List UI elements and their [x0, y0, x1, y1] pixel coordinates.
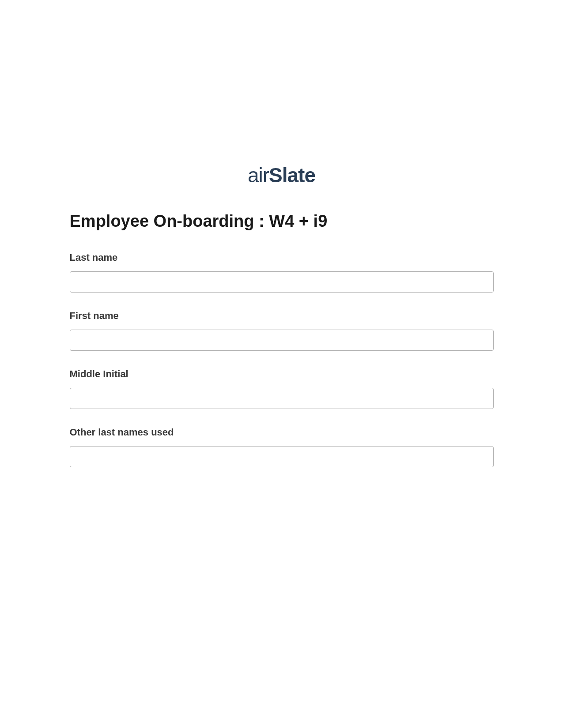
logo-container: airSlate — [0, 0, 563, 187]
last-name-input[interactable] — [70, 271, 494, 293]
logo-text-slate: Slate — [269, 164, 315, 187]
form-container: Employee On-boarding : W4 + i9 Last name… — [70, 187, 494, 467]
logo-text-air: air — [248, 164, 269, 187]
form-page: airSlate Employee On-boarding : W4 + i9 … — [0, 0, 563, 728]
field-group-first-name: First name — [70, 310, 494, 351]
airslate-logo: airSlate — [248, 163, 315, 187]
other-last-names-label: Other last names used — [70, 427, 494, 438]
last-name-label: Last name — [70, 252, 494, 263]
field-group-middle-initial: Middle Initial — [70, 368, 494, 409]
first-name-input[interactable] — [70, 330, 494, 351]
field-group-other-last-names: Other last names used — [70, 427, 494, 467]
first-name-label: First name — [70, 310, 494, 322]
middle-initial-label: Middle Initial — [70, 368, 494, 380]
page-title: Employee On-boarding : W4 + i9 — [70, 212, 494, 231]
middle-initial-input[interactable] — [70, 388, 494, 409]
other-last-names-input[interactable] — [70, 446, 494, 467]
field-group-last-name: Last name — [70, 252, 494, 293]
